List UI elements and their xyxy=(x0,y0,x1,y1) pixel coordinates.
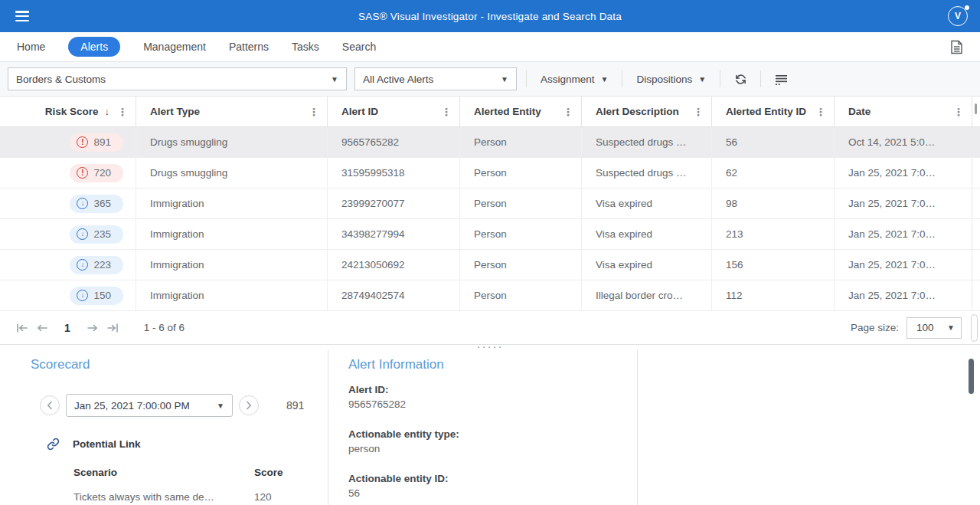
nav-tab-home[interactable]: Home xyxy=(17,41,45,53)
current-page-number: 1 xyxy=(64,322,70,334)
previous-date-button[interactable] xyxy=(40,395,60,415)
alert-description-cell: Suspected drugs … xyxy=(582,158,712,188)
scorecard-total-score: 891 xyxy=(286,399,304,412)
alert-description-cell: Visa expired xyxy=(582,219,712,249)
alerted-entity-cell: Person xyxy=(460,189,582,218)
row-gutter xyxy=(972,250,980,280)
alerted-entity-cell: Person xyxy=(460,127,582,157)
alerted-entity-id-cell: 98 xyxy=(712,189,835,218)
scorecard-date-select[interactable]: Jan 25, 2021 7:00:00 PM ▼ xyxy=(66,394,233,417)
alert-filter-value: All Active Alerts xyxy=(363,74,433,85)
chevron-down-icon: ▼ xyxy=(331,75,338,84)
alerted-entity-id-cell: 62 xyxy=(712,158,835,188)
next-date-button[interactable] xyxy=(239,395,259,415)
panel-scrollbar-thumb[interactable] xyxy=(969,359,974,394)
table-row[interactable]: ↓ 150 Immigration 28749402574 Person Ill… xyxy=(0,280,980,311)
risk-score-value: 891 xyxy=(93,136,111,148)
menu-hamburger-icon[interactable] xyxy=(15,11,29,21)
alert-type-cell: Drugs smuggling xyxy=(136,127,328,157)
next-page-icon[interactable] xyxy=(83,318,103,338)
column-menu-icon[interactable]: ⋮ xyxy=(952,106,965,118)
chevron-down-icon: ▼ xyxy=(501,75,508,84)
scenario-column-header: Scenario xyxy=(74,467,254,478)
column-menu-icon[interactable]: ⋮ xyxy=(814,106,828,118)
table-row[interactable]: ↓ 235 Immigration 34398277994 Person Vis… xyxy=(0,219,980,250)
column-header-risk-score[interactable]: Risk Score ↓ ⋮ xyxy=(0,97,136,126)
nav-tab-alerts[interactable]: Alerts xyxy=(68,37,120,57)
alerted-entity-id-cell: 56 xyxy=(712,127,835,157)
column-header-alert-description[interactable]: Alert Description ⋮ xyxy=(582,97,712,126)
column-label: Alert ID xyxy=(341,106,378,117)
risk-badge-high: ! 891 xyxy=(70,133,123,152)
column-header-alerted-entity[interactable]: Alerted Entity ⋮ xyxy=(460,97,582,126)
alert-id-label: Alert ID: xyxy=(348,384,637,395)
row-gutter xyxy=(972,189,980,218)
alert-type-cell: Drugs smuggling xyxy=(136,158,328,188)
actionable-entity-type-value: person xyxy=(348,443,637,454)
date-cell: Oct 14, 2021 5:0… xyxy=(835,127,972,157)
dispositions-menu-button[interactable]: Dispositions ▼ xyxy=(632,74,710,85)
table-scrollbar-top[interactable] xyxy=(972,97,980,126)
column-header-alerted-entity-id[interactable]: Alerted Entity ID ⋮ xyxy=(712,97,835,126)
date-cell: Jan 25, 2021 7:0… xyxy=(835,189,972,218)
scenario-row[interactable]: Tickets always with same de… 120 xyxy=(74,491,303,503)
alert-information-panel: Alert Information Alert ID: 9565765282 A… xyxy=(328,345,637,505)
column-menu-icon[interactable]: ⋮ xyxy=(561,106,575,118)
alert-id-cell: 34398277994 xyxy=(328,219,460,249)
column-menu-icon[interactable]: ⋮ xyxy=(691,106,705,118)
last-page-icon[interactable] xyxy=(103,318,122,338)
toolbar-divider xyxy=(720,71,720,87)
refresh-icon[interactable] xyxy=(730,68,751,90)
actionable-entity-id-value: 56 xyxy=(348,487,637,499)
app-title: SAS® Visual Investigator - Investigate a… xyxy=(0,11,980,22)
risk-score-cell: ! 720 xyxy=(0,158,136,188)
page-size-select[interactable]: 100 ▼ xyxy=(906,317,962,339)
scorecard-panel: Scorecard Jan 25, 2021 7:00:00 PM ▼ 891 … xyxy=(0,345,328,505)
table-scrollbar-track[interactable] xyxy=(971,314,978,342)
table-row[interactable]: ↓ 223 Immigration 24213050692 Person Vis… xyxy=(0,250,980,280)
document-icon[interactable] xyxy=(950,40,963,54)
assignment-menu-button[interactable]: Assignment ▼ xyxy=(536,74,612,85)
column-header-alert-type[interactable]: Alert Type ⋮ xyxy=(136,97,328,126)
risk-score-value: 150 xyxy=(93,290,111,301)
column-label: Date xyxy=(848,106,871,117)
alerted-entity-id-cell: 156 xyxy=(712,250,835,280)
date-cell: Jan 25, 2021 7:0… xyxy=(835,280,972,310)
previous-page-icon[interactable] xyxy=(32,318,52,338)
chevron-down-icon: ▼ xyxy=(947,323,955,332)
risk-badge-low: ↓ 365 xyxy=(70,195,123,213)
chevron-down-icon: ▼ xyxy=(217,402,224,410)
table-row[interactable]: ! 891 Drugs smuggling 9565765282 Person … xyxy=(0,127,980,158)
alert-id-cell: 9565765282 xyxy=(328,127,460,157)
first-page-icon[interactable] xyxy=(12,318,32,338)
nav-tab-tasks[interactable]: Tasks xyxy=(292,41,319,53)
column-menu-icon[interactable]: ⋮ xyxy=(307,106,321,118)
row-gutter xyxy=(972,158,980,188)
date-cell: Jan 25, 2021 7:0… xyxy=(835,250,972,280)
nav-tab-management[interactable]: Management xyxy=(143,41,206,53)
nav-tab-search[interactable]: Search xyxy=(342,41,376,53)
column-menu-icon[interactable]: ⋮ xyxy=(116,106,129,118)
risk-badge-low: ↓ 235 xyxy=(70,225,123,244)
column-header-alert-id[interactable]: Alert ID ⋮ xyxy=(328,97,460,126)
entity-filter-select[interactable]: Borders & Customs ▼ xyxy=(8,67,347,90)
dispositions-label: Dispositions xyxy=(636,74,692,85)
risk-badge-low: ↓ 150 xyxy=(70,287,123,305)
alerted-entity-id-cell: 112 xyxy=(712,280,835,310)
column-menu-icon[interactable]: ⋮ xyxy=(439,106,453,118)
alert-type-cell: Immigration xyxy=(136,189,328,218)
alert-description-cell: Visa expired xyxy=(582,189,712,218)
alert-description-cell: Illegal border cro… xyxy=(582,280,712,310)
panel-divider xyxy=(637,349,638,505)
alert-filter-select[interactable]: All Active Alerts ▼ xyxy=(354,67,517,90)
nav-tab-patterns[interactable]: Patterns xyxy=(229,41,269,53)
alerted-entity-id-cell: 213 xyxy=(712,219,835,249)
table-row[interactable]: ! 720 Drugs smuggling 31595995318 Person… xyxy=(0,158,980,189)
alerted-entity-cell: Person xyxy=(460,219,582,249)
alerted-entity-cell: Person xyxy=(460,250,582,280)
table-row[interactable]: ↓ 365 Immigration 23999270077 Person Vis… xyxy=(0,189,980,219)
detail-panel-area: ····· Scorecard Jan 25, 2021 7:00:00 PM … xyxy=(0,345,980,505)
list-view-icon[interactable] xyxy=(770,68,792,90)
column-header-date[interactable]: Date ⋮ xyxy=(835,97,972,126)
column-label: Risk Score xyxy=(45,106,99,117)
